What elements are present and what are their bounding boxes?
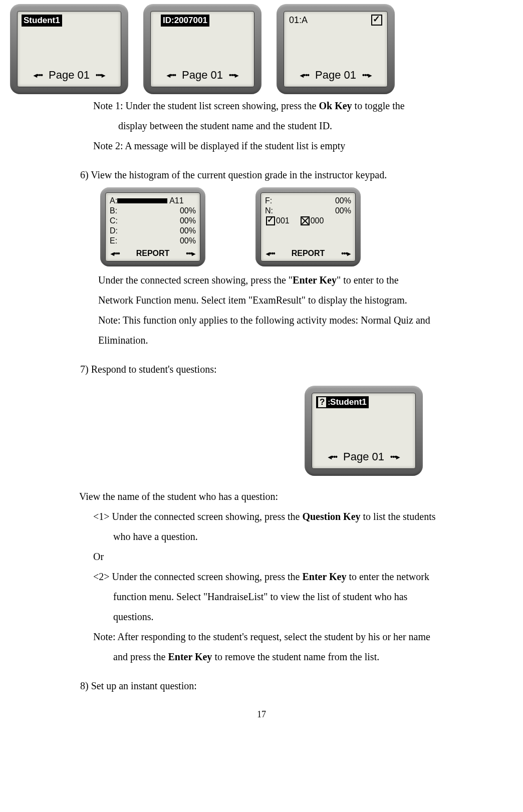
arrow-left-icon: ◂••• <box>328 453 337 461</box>
page-label: Page 01 <box>182 69 223 82</box>
device-screens-row: Student1 ◂••• Page 01 •••▸ ID:2007001 ◂•… <box>0 4 523 94</box>
step-8: 8) Set up an instant question: <box>0 677 523 694</box>
step-7: 7) Respond to student's questions: <box>0 361 523 378</box>
page-label: Page 01 <box>315 69 356 82</box>
arrow-left-icon: ◂••• <box>34 71 43 79</box>
lcd-q-title: ?:Student1 <box>316 396 369 408</box>
report-label: REPORT <box>136 249 170 258</box>
under-connected: Under the connected screen showing, pres… <box>0 272 523 289</box>
question-mark-icon: ? <box>318 397 326 407</box>
arrow-right-icon: •••▸ <box>390 453 399 461</box>
page-label: Page 01 <box>49 69 90 82</box>
lcd-page-nav: ◂••• Page 01 •••▸ <box>18 69 121 82</box>
device-histogram-2: F:00% N:00% 001 000 ◂••• REPORT •••▸ <box>255 187 361 266</box>
note-7b: and press the Enter Key to remove the st… <box>0 648 523 665</box>
lcd-title: 01:A <box>289 15 308 26</box>
device-student-name: Student1 ◂••• Page 01 •••▸ <box>10 4 128 94</box>
note-function: Note: This function only applies to the … <box>0 312 523 329</box>
arrow-right-icon: •••▸ <box>341 249 350 257</box>
arrow-right-icon: •••▸ <box>96 71 105 79</box>
report-label: REPORT <box>292 249 325 258</box>
under-connected-2: Network Function menu. Select item "Exam… <box>0 292 523 309</box>
arrow-right-icon: •••▸ <box>362 71 371 79</box>
arrow-left-icon: ◂••• <box>300 71 309 79</box>
substep-2-cont: function menu. Select "HandraiseList" to… <box>0 588 523 605</box>
check-icon <box>266 216 275 225</box>
histogram-row: A:A11 B:00% C:00% D:00% E:00% ◂••• REPOR… <box>0 187 523 266</box>
note-7: Note: After responding to the student's … <box>0 628 523 645</box>
note-1: Note 1: Under the student list screen sh… <box>0 97 523 114</box>
device-student-id: ID:2007001 ◂••• Page 01 •••▸ <box>143 4 262 94</box>
arrow-left-icon: ◂••• <box>111 249 120 257</box>
lcd-title: Student1 <box>22 15 62 27</box>
checkbox-icon <box>371 15 382 26</box>
step-6: 6) View the histogram of the current que… <box>0 166 523 183</box>
or-label: Or <box>0 548 523 565</box>
note-function-2: Elimination. <box>0 332 523 349</box>
page-number: 17 <box>0 709 523 720</box>
note-2: Note 2: A message will be displayed if t… <box>0 137 523 154</box>
lcd-title: ID:2007001 <box>161 15 209 27</box>
lcd-top-row: 01:A <box>284 12 387 26</box>
x-icon <box>301 216 310 225</box>
lcd-page-nav: ◂••• Page 01 •••▸ <box>312 450 415 463</box>
page-label: Page 01 <box>343 450 384 463</box>
device-histogram-1: A:A11 B:00% C:00% D:00% E:00% ◂••• REPOR… <box>100 187 205 266</box>
arrow-right-icon: •••▸ <box>186 249 195 257</box>
arrow-left-icon: ◂••• <box>266 249 275 257</box>
substep-2-cont2: questions. <box>0 608 523 625</box>
arrow-left-icon: ◂••• <box>167 71 176 79</box>
substep-1: <1> Under the connected screen showing, … <box>0 508 523 525</box>
note-1-cont: display between the student name and the… <box>0 117 523 134</box>
arrow-right-icon: •••▸ <box>229 71 238 79</box>
device-answer: 01:A ◂••• Page 01 •••▸ <box>277 4 395 94</box>
lcd-page-nav: ◂••• Page 01 •••▸ <box>284 69 387 82</box>
substep-1-cont: who have a question. <box>0 528 523 545</box>
view-name: View the name of the student who has a q… <box>0 488 523 505</box>
lcd-page-nav: ◂••• Page 01 •••▸ <box>151 69 254 82</box>
device-question: ?:Student1 ◂••• Page 01 •••▸ <box>305 386 423 476</box>
substep-2: <2> Under the connected screen showing, … <box>0 568 523 585</box>
